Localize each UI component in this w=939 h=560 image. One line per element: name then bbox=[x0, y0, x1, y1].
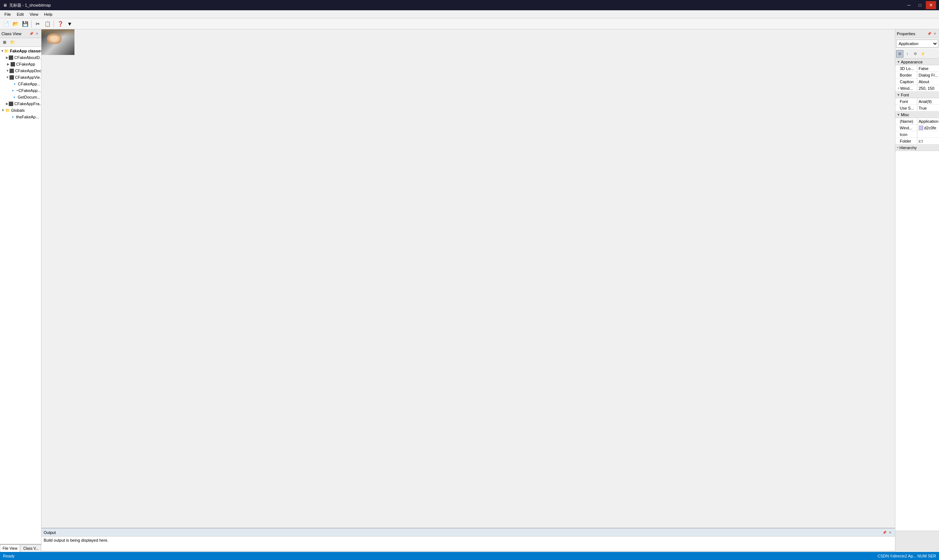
props-row-3dlo[interactable]: 3D Lo... False bbox=[895, 65, 939, 72]
tree-label-cfakeabout: CFakeAboutD... bbox=[14, 55, 41, 60]
tab-file-view[interactable]: File View bbox=[0, 545, 20, 552]
props-dropdown[interactable]: Application bbox=[896, 40, 938, 48]
class-view-pin[interactable]: 📌 bbox=[29, 31, 34, 36]
output-header-controls: 📌 ✕ bbox=[882, 530, 893, 535]
section-appearance-label: Appearance bbox=[901, 60, 922, 64]
props-value-windcolor: d2c0fe bbox=[917, 125, 939, 131]
props-properties[interactable]: ⚙ bbox=[911, 50, 919, 57]
toolbar-save[interactable]: 💾 bbox=[20, 19, 29, 28]
title-bar-controls: ─ □ ✕ bbox=[904, 1, 936, 9]
color-value-wind: d2c0fe bbox=[924, 126, 936, 130]
toolbar-cut[interactable]: ✂ bbox=[33, 19, 42, 28]
props-row-icon[interactable]: Icon bbox=[895, 131, 939, 138]
tree-item-cfakeapp[interactable]: ▶ ⬛ CFakeApp bbox=[0, 61, 41, 68]
toolbar-more[interactable]: ▼ bbox=[65, 19, 74, 28]
props-pin[interactable]: 📌 bbox=[927, 31, 932, 36]
toolbar-paste[interactable]: 📋 bbox=[43, 19, 52, 28]
tree-item-cfakeabout[interactable]: ▶ ⬛ CFakeAboutD... bbox=[0, 54, 41, 61]
props-name-caption: Caption bbox=[895, 78, 917, 85]
class-icon-cfakeabout: ⬛ bbox=[8, 55, 14, 60]
output-close-btn[interactable]: ✕ bbox=[888, 530, 893, 535]
tree-label-cfakeappdoc: CFakeAppDoc... bbox=[15, 69, 41, 73]
section-misc-label: Misc bbox=[901, 112, 909, 117]
props-sort-alpha[interactable]: ↕ bbox=[904, 50, 911, 57]
props-row-uses[interactable]: Use S... True bbox=[895, 105, 939, 111]
tree-item-destructfakeapp[interactable]: 🔹 ~CFakeApp... bbox=[0, 87, 41, 94]
tree-item-globals[interactable]: ▼ 📁 Globals bbox=[0, 107, 41, 114]
props-row-border[interactable]: Border Dialog Fr... bbox=[895, 72, 939, 78]
section-font[interactable]: ▼ Font bbox=[895, 92, 939, 98]
menu-file[interactable]: File bbox=[2, 11, 14, 17]
menu-edit[interactable]: Edit bbox=[14, 11, 27, 17]
tree-item-cfakeappdoc[interactable]: ▼ ⬛ CFakeAppDoc... bbox=[0, 68, 41, 74]
status-bar: Ready CSDN ©directx2 Ap... NUM SER bbox=[0, 552, 939, 560]
tab-class-view[interactable]: Class V... bbox=[20, 545, 41, 552]
props-value-wind: 250, 150 bbox=[917, 85, 939, 91]
props-sort-cat[interactable]: ⊞ bbox=[896, 50, 904, 57]
tree-item-fakeapp[interactable]: ▼ 📁 FakeApp classes bbox=[0, 48, 41, 54]
props-row-folder[interactable]: Folder c:\ bbox=[895, 138, 939, 145]
class-view-title: Class View bbox=[2, 32, 21, 36]
section-appearance-expand: ▼ bbox=[897, 60, 900, 64]
tree-item-cfakeapp2[interactable]: 🔹 CFakeApp... bbox=[0, 81, 41, 87]
content-area: Output 📌 ✕ Build output is being display… bbox=[42, 29, 895, 560]
folder-icon-globals: 📁 bbox=[5, 108, 10, 113]
props-name-windcolor: Wind... bbox=[895, 125, 917, 131]
tree-label-cfakeapp2: CFakeApp... bbox=[18, 82, 40, 86]
output-content: Build output is being displayed here. bbox=[42, 537, 895, 551]
section-misc[interactable]: ▼ Misc bbox=[895, 111, 939, 118]
menu-help[interactable]: Help bbox=[41, 11, 56, 17]
props-value-border: Dialog Fr... bbox=[917, 72, 939, 78]
toolbar-sep-1 bbox=[31, 20, 32, 28]
class-icon-cfakeappview: ⬛ bbox=[9, 75, 14, 80]
properties-panel: Properties 📌 ✕ Application ⊞ ↕ ⚙ ⚡ ▼ App… bbox=[895, 29, 939, 560]
tree-item-cfakeappfra[interactable]: ▶ ⬛ CFakeAppFra... bbox=[0, 100, 41, 107]
props-header-controls: 📌 ✕ bbox=[927, 31, 937, 36]
expand-cfakeappfra: ▶ bbox=[6, 102, 8, 106]
props-toolbar: ⊞ ↕ ⚙ ⚡ bbox=[895, 49, 939, 58]
func-icon-2: 🔹 bbox=[10, 88, 15, 93]
tree-item-thefakeap[interactable]: 🔹 theFakeAp... bbox=[0, 114, 41, 120]
props-row-wind-appearance[interactable]: + Wind... 250, 150 bbox=[895, 85, 939, 92]
props-row-windcolor[interactable]: Wind... d2c0fe bbox=[895, 125, 939, 131]
main-toolbar: 📄 📂 💾 ✂ 📋 ❓ ▼ bbox=[0, 18, 939, 29]
main-layout: Class View 📌 ✕ ⊞ 📁 ▼ 📁 FakeApp classes ▶… bbox=[0, 29, 939, 560]
menu-view[interactable]: View bbox=[27, 11, 42, 17]
toolbar-open[interactable]: 📂 bbox=[11, 19, 20, 28]
class-tool-2[interactable]: 📁 bbox=[9, 39, 16, 46]
props-expand-name-wind: + Wind... bbox=[895, 85, 917, 91]
tree-item-cfakeappview[interactable]: ▼ ⬛ CFakeAppVie... bbox=[0, 74, 41, 81]
props-name-name: (Name) bbox=[895, 118, 917, 124]
func-icon-1: 🔹 bbox=[12, 82, 17, 86]
props-row-font[interactable]: Font Arial(9) bbox=[895, 98, 939, 105]
props-name-icon: Icon bbox=[895, 131, 917, 137]
props-row-caption[interactable]: Caption About bbox=[895, 78, 939, 85]
color-swatch-wind bbox=[919, 126, 923, 130]
class-view-close[interactable]: ✕ bbox=[34, 31, 40, 36]
minimize-button[interactable]: ─ bbox=[904, 1, 914, 9]
toolbar-new[interactable]: 📄 bbox=[2, 19, 10, 28]
props-value-name: Application bbox=[917, 118, 939, 124]
close-button[interactable]: ✕ bbox=[926, 1, 936, 9]
restore-button[interactable]: □ bbox=[915, 1, 925, 9]
toolbar-help[interactable]: ❓ bbox=[56, 19, 65, 28]
props-name-folder: Folder bbox=[895, 138, 917, 144]
section-font-expand: ▼ bbox=[897, 93, 900, 97]
section-appearance[interactable]: ▼ Appearance bbox=[895, 58, 939, 65]
lena-image bbox=[42, 29, 74, 55]
tree-item-getdocum[interactable]: 🔹 GetDocum... bbox=[0, 94, 41, 100]
bottom-tab-bar: File View Class V... bbox=[0, 544, 42, 552]
output-pin-btn[interactable]: 📌 bbox=[882, 530, 887, 535]
class-tool-1[interactable]: ⊞ bbox=[1, 39, 8, 46]
section-hierarchy-label: Hierarchy bbox=[899, 146, 917, 150]
func-icon-3: 🔹 bbox=[12, 95, 17, 100]
props-close[interactable]: ✕ bbox=[933, 31, 937, 36]
folder-icon-fakeapp: 📁 bbox=[4, 48, 9, 54]
expand-cfakeappdoc: ▼ bbox=[6, 69, 9, 73]
class-view-header: Class View 📌 ✕ bbox=[0, 29, 41, 38]
image-preview bbox=[42, 29, 74, 55]
props-events[interactable]: ⚡ bbox=[919, 50, 927, 57]
props-row-name[interactable]: (Name) Application bbox=[895, 118, 939, 125]
output-header: Output 📌 ✕ bbox=[42, 528, 895, 537]
section-hierarchy[interactable]: + Hierarchy bbox=[895, 145, 939, 151]
